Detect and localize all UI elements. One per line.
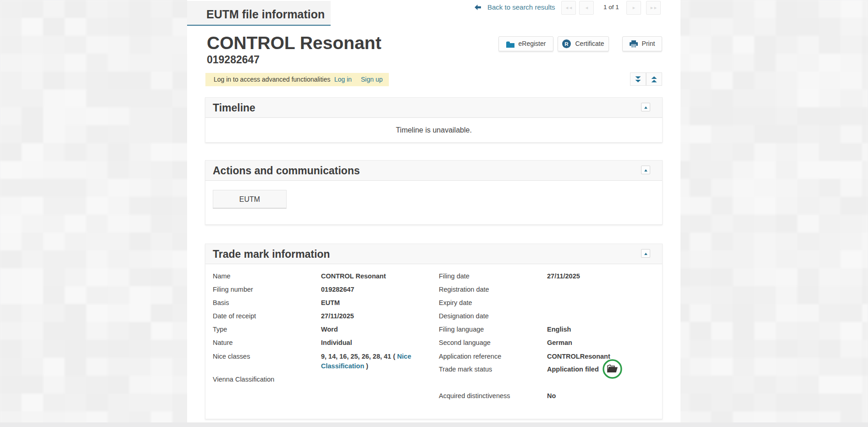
svg-text:R: R <box>565 41 569 46</box>
